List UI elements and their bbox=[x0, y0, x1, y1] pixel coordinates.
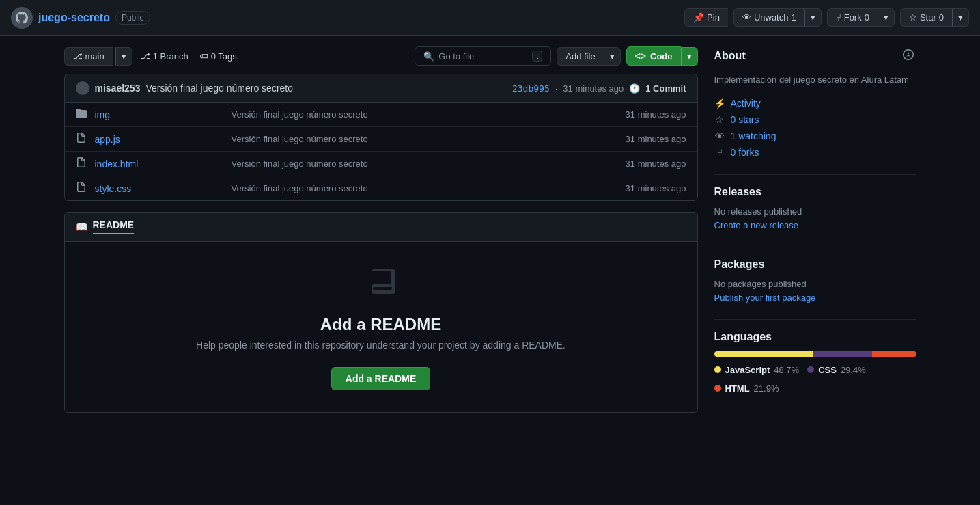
activity-item: ⚡ Activity bbox=[714, 98, 916, 109]
tags-link[interactable]: 🏷 0 Tags bbox=[199, 51, 237, 62]
file-actions: 🔍 Go to file t Add file ▾ <> Code ▾ bbox=[415, 46, 697, 66]
languages-section: Languages JavaScript 48.7% CSS 29.4% bbox=[714, 331, 916, 394]
fork-dropdown[interactable]: ▾ bbox=[878, 8, 895, 27]
unwatch-button[interactable]: 👁 Unwatch 1 bbox=[733, 8, 804, 27]
file-time: 31 minutes ago bbox=[626, 134, 686, 144]
readme-header: 📖 README bbox=[65, 213, 697, 242]
branches-link[interactable]: ⎇ 1 Branch bbox=[141, 51, 188, 62]
file-icon bbox=[76, 133, 89, 146]
releases-title: Releases bbox=[714, 186, 916, 198]
css-dot bbox=[807, 366, 814, 373]
star-icon: ☆ bbox=[909, 12, 917, 23]
file-name-link[interactable]: index.html bbox=[95, 159, 232, 169]
branch-dropdown[interactable]: ▾ bbox=[115, 47, 132, 66]
eye-icon: 👁 bbox=[742, 12, 751, 23]
branch-count-icon: ⎇ bbox=[141, 51, 150, 61]
readme-title: README bbox=[93, 219, 135, 234]
readme-add-title: Add a README bbox=[87, 315, 675, 334]
fork-icon: ⑂ bbox=[836, 12, 841, 23]
releases-section: Releases No releases published Create a … bbox=[714, 186, 916, 230]
search-shortcut-key: t bbox=[532, 51, 542, 62]
code-button-group: <> Code ▾ bbox=[626, 46, 698, 66]
about-description: Implementación del juego secreto en Alur… bbox=[714, 73, 916, 87]
pin-icon: 📌 bbox=[693, 12, 704, 23]
add-readme-button[interactable]: Add a README bbox=[331, 367, 430, 390]
branch-button[interactable]: ⎇ main bbox=[64, 47, 113, 66]
search-icon: 🔍 bbox=[423, 51, 434, 62]
star-dropdown[interactable]: ▾ bbox=[952, 8, 969, 27]
commit-hash-link[interactable]: 23db995 bbox=[512, 83, 550, 94]
no-packages-text: No packages published bbox=[714, 279, 916, 289]
unwatch-dropdown[interactable]: ▾ bbox=[804, 8, 822, 27]
commit-message: Versión final juego número secreto bbox=[145, 83, 293, 94]
fork-button[interactable]: ⑂ Fork 0 bbox=[827, 8, 878, 27]
file-commit-msg: Versión final juego número secreto bbox=[232, 134, 626, 144]
commit-row: misael253 Versión final juego número sec… bbox=[64, 74, 698, 102]
repo-content: ⎇ main ▾ ⎇ 1 Branch 🏷 0 Tags bbox=[64, 46, 698, 413]
star-button-group: ☆ Star 0 ▾ bbox=[900, 8, 969, 27]
publish-package-link[interactable]: Publish your first package bbox=[714, 292, 816, 303]
lang-bar-html bbox=[872, 351, 916, 357]
stats-links: ⎇ 1 Branch 🏷 0 Tags bbox=[141, 51, 237, 62]
code-dropdown[interactable]: ▾ bbox=[681, 47, 698, 66]
readme-subtitle: Help people interested in this repositor… bbox=[87, 340, 675, 351]
watching-link[interactable]: 1 watching bbox=[731, 131, 776, 141]
css-pct: 29.4% bbox=[841, 365, 866, 375]
topbar-actions: 📌 Pin 👁 Unwatch 1 ▾ ⑂ Fork 0 ▾ ☆ Star bbox=[684, 8, 969, 27]
file-commit-msg: Versión final juego número secreto bbox=[232, 109, 626, 120]
add-file-button-group: Add file ▾ bbox=[557, 47, 620, 66]
file-name-link[interactable]: app.js bbox=[95, 134, 232, 145]
packages-section: Packages No packages published Publish y… bbox=[714, 258, 916, 303]
readme-book-large-icon bbox=[87, 264, 675, 304]
file-time: 31 minutes ago bbox=[626, 159, 686, 169]
about-section: About Implementación del juego secreto e… bbox=[714, 46, 916, 158]
repo-avatar bbox=[11, 7, 33, 29]
activity-icon: ⚡ bbox=[714, 98, 725, 109]
commit-time: 31 minutes ago bbox=[563, 83, 624, 94]
star-button[interactable]: ☆ Star 0 bbox=[900, 8, 952, 27]
sidebar-divider-2 bbox=[714, 247, 916, 247]
create-release-link[interactable]: Create a new release bbox=[714, 220, 799, 230]
html-name: HTML bbox=[725, 383, 750, 394]
add-file-button[interactable]: Add file bbox=[557, 47, 603, 66]
table-row: app.js Versión final juego número secret… bbox=[65, 127, 697, 152]
file-name-link[interactable]: img bbox=[95, 109, 232, 120]
watching-item: 👁 1 watching bbox=[714, 131, 916, 141]
commit-left: misael253 Versión final juego número sec… bbox=[76, 81, 294, 95]
forks-item: ⑂ 0 forks bbox=[714, 147, 916, 158]
file-icon bbox=[76, 182, 89, 195]
sidebar-divider-1 bbox=[714, 174, 916, 175]
code-button[interactable]: <> Code bbox=[626, 46, 681, 66]
lang-item-css: CSS 29.4% bbox=[807, 365, 866, 375]
languages-title: Languages bbox=[714, 331, 916, 343]
commit-count-link[interactable]: 1 Commit bbox=[645, 83, 686, 94]
file-table: img Versión final juego número secreto 3… bbox=[64, 102, 698, 201]
repo-name-link[interactable]: juego-secreto bbox=[38, 12, 110, 24]
stars-link[interactable]: 0 stars bbox=[731, 114, 759, 125]
file-time: 31 minutes ago bbox=[626, 183, 686, 193]
packages-title: Packages bbox=[714, 258, 916, 271]
pin-button[interactable]: 📌 Pin bbox=[684, 8, 728, 27]
file-name-link[interactable]: style.css bbox=[95, 183, 232, 194]
activity-link[interactable]: Activity bbox=[731, 98, 761, 109]
file-commit-msg: Versión final juego número secreto bbox=[232, 183, 626, 193]
about-settings-button[interactable] bbox=[900, 46, 916, 65]
visibility-badge: Public bbox=[115, 11, 150, 25]
html-pct: 21.9% bbox=[754, 383, 779, 394]
eye-count-icon: 👁 bbox=[714, 131, 725, 141]
add-file-dropdown[interactable]: ▾ bbox=[604, 47, 621, 66]
tag-icon: 🏷 bbox=[199, 51, 208, 62]
commit-right: 23db995 · 31 minutes ago 🕐 1 Commit bbox=[512, 83, 686, 94]
folder-icon bbox=[76, 108, 89, 121]
branch-icon: ⎇ bbox=[73, 51, 83, 61]
commit-separator: · bbox=[555, 83, 558, 94]
commit-author-avatar bbox=[76, 81, 89, 95]
js-dot bbox=[714, 366, 721, 373]
js-pct: 48.7% bbox=[774, 365, 799, 375]
commit-author-link[interactable]: misael253 bbox=[95, 83, 141, 94]
lang-bar-js bbox=[714, 351, 813, 357]
go-to-file-search[interactable]: 🔍 Go to file t bbox=[415, 46, 551, 66]
readme-body: Add a README Help people interested in t… bbox=[65, 242, 697, 412]
fork-button-group: ⑂ Fork 0 ▾ bbox=[827, 8, 895, 27]
forks-link[interactable]: 0 forks bbox=[731, 147, 759, 158]
